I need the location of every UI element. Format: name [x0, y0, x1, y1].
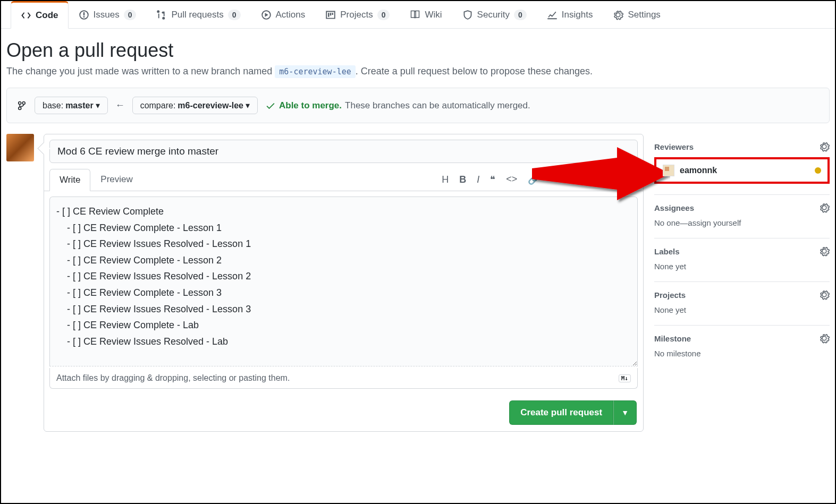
reference-icon[interactable]: ↪ — [624, 174, 632, 185]
reviewers-title: Reviewers — [654, 142, 694, 151]
mention-icon[interactable]: @ — [604, 174, 614, 185]
assign-yourself-link[interactable]: No one—assign yourself — [654, 218, 830, 227]
compare-icon — [16, 100, 27, 111]
avatar — [6, 134, 34, 161]
page-title: Open a pull request — [6, 39, 830, 62]
labels-empty: None yet — [654, 262, 830, 271]
assignees-title: Assignees — [654, 203, 694, 212]
italic-icon[interactable]: I — [477, 174, 479, 185]
repo-tabs: CodeIssues0Pull requests0ActionsProjects… — [1, 1, 835, 29]
ul-icon[interactable]: ≡ — [550, 174, 556, 185]
pr-icon — [156, 10, 167, 20]
ol-icon[interactable]: ≣ — [567, 174, 575, 185]
tab-actions[interactable]: Actions — [251, 1, 316, 28]
code-icon[interactable]: <> — [506, 174, 517, 185]
tab-write[interactable]: Write — [49, 169, 90, 191]
quote-icon[interactable]: ❝ — [490, 174, 495, 185]
tab-code[interactable]: Code — [11, 1, 69, 29]
pr-body-textarea[interactable] — [49, 197, 638, 366]
labels-title: Labels — [654, 247, 680, 256]
labels-gear-icon[interactable] — [819, 246, 830, 257]
assignees-gear-icon[interactable] — [819, 202, 830, 213]
attach-area[interactable]: Attach files by dragging & dropping, sel… — [49, 368, 638, 389]
issue-icon — [79, 10, 89, 20]
reviewer-avatar — [663, 165, 674, 176]
markdown-badge-icon[interactable]: M↓ — [619, 374, 631, 382]
pending-dot-icon — [815, 167, 821, 174]
sidebar: Reviewers eamonnk Assignees No one—assig… — [654, 134, 830, 432]
tab-issues[interactable]: Issues0 — [69, 1, 147, 28]
tab-security[interactable]: Security0 — [452, 1, 537, 28]
milestone-gear-icon[interactable] — [819, 333, 830, 344]
tab-pull-requests[interactable]: Pull requests0 — [146, 1, 250, 28]
base-branch-select[interactable]: base: master▾ — [35, 97, 108, 114]
milestone-empty: No milestone — [654, 349, 830, 358]
arrow-left-icon: ← — [115, 100, 125, 111]
md-toolbar: H B I ❝ <> 🔗 ≡ ≣ ☑ — [442, 174, 638, 185]
project-icon — [325, 10, 336, 20]
projects-empty: None yet — [654, 305, 830, 314]
merge-status: Able to merge. These branches can be aut… — [265, 100, 530, 111]
reviewer-item[interactable]: eamonnk — [654, 157, 830, 184]
link-icon[interactable]: 🔗 — [528, 174, 539, 185]
gear-icon — [613, 10, 623, 20]
pr-title-input[interactable] — [49, 140, 638, 163]
graph-icon — [547, 10, 558, 20]
tab-preview[interactable]: Preview — [90, 168, 142, 191]
tab-settings[interactable]: Settings — [603, 1, 670, 28]
code-icon — [21, 10, 31, 21]
create-pr-caret[interactable]: ▼ — [613, 400, 637, 425]
branch-name: m6-cereview-lee — [275, 65, 355, 78]
reviewers-gear-icon[interactable] — [819, 141, 830, 152]
shield-icon — [462, 10, 473, 20]
task-icon[interactable]: ☑ — [585, 174, 594, 185]
tab-projects[interactable]: Projects0 — [315, 1, 400, 28]
pr-form: Write Preview H B I ❝ <> 🔗 — [44, 134, 644, 432]
tab-wiki[interactable]: Wiki — [400, 1, 452, 28]
compare-bar: base: master▾ ← compare: m6-cereview-lee… — [6, 88, 830, 123]
milestone-title: Milestone — [654, 334, 691, 343]
page-subtext: The change you just made was written to … — [6, 66, 830, 77]
compare-branch-select[interactable]: compare: m6-cereview-lee▾ — [132, 97, 258, 114]
wiki-icon — [410, 10, 420, 20]
create-pr-button[interactable]: Create pull request — [509, 400, 613, 425]
tab-insights[interactable]: Insights — [537, 1, 603, 28]
check-icon — [265, 100, 276, 111]
projects-gear-icon[interactable] — [819, 289, 830, 300]
projects-title: Projects — [654, 291, 686, 300]
heading-icon[interactable]: H — [442, 174, 449, 185]
play-icon — [261, 10, 272, 20]
bold-icon[interactable]: B — [459, 174, 466, 185]
